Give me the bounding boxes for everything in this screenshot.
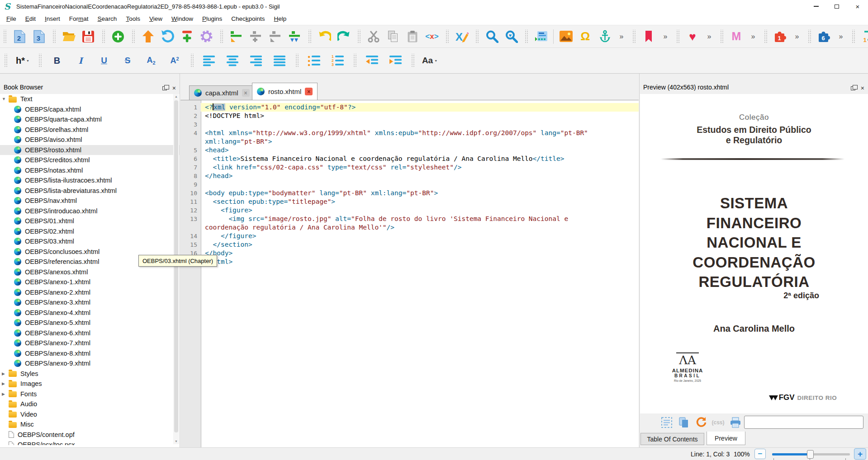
align-right-icon[interactable] — [247, 52, 265, 69]
open-icon[interactable] — [62, 28, 76, 45]
overflow-chevron-icon[interactable]: » — [661, 33, 670, 41]
overflow-chevron-icon[interactable]: » — [617, 33, 626, 41]
superscript-icon[interactable]: A2 — [166, 52, 184, 69]
overflow-chevron-icon[interactable]: » — [792, 33, 802, 41]
cut-icon[interactable] — [366, 28, 381, 45]
new-epub3-icon[interactable]: 3 — [32, 28, 46, 45]
menu-edit[interactable]: Edit — [21, 14, 40, 24]
editor-tab-rosto-xhtml[interactable]: rosto.xhtml× — [252, 83, 318, 100]
tree-item-oebps-anexo-4-xhtml[interactable]: OEBPS/anexo-4.xhtml — [0, 308, 180, 318]
split-marker-alt-icon[interactable] — [268, 28, 282, 45]
tree-item-oebps-anexo-3-xhtml[interactable]: OEBPS/anexo-3.xhtml — [0, 297, 180, 308]
overflow-chevron-icon[interactable]: » — [705, 33, 714, 41]
tree-item-text[interactable]: ▼Text — [0, 94, 180, 104]
split-at-cursor-icon[interactable] — [229, 28, 243, 45]
tree-item-oebps-01-xhtml[interactable]: OEBPS/01.xhtml — [0, 216, 180, 226]
scroll-up-icon[interactable]: ▲ — [173, 94, 179, 99]
chevron-down-icon[interactable]: ▼ — [2, 97, 9, 101]
save-icon[interactable] — [81, 28, 95, 45]
overflow-chevron-icon[interactable]: » — [836, 33, 845, 41]
editor-tab-capa-xhtml[interactable]: capa.xhtml× — [189, 85, 255, 100]
menu-file[interactable]: File — [2, 14, 21, 24]
redo-icon[interactable] — [337, 28, 351, 45]
css-stamp-icon[interactable]: (css) — [712, 416, 724, 429]
chevron-right-icon[interactable]: ▶ — [2, 392, 9, 396]
metadata-editor-icon[interactable] — [534, 28, 548, 45]
zoom-in-button[interactable]: + — [854, 448, 866, 460]
menu-format[interactable]: Format — [65, 14, 93, 24]
casing-select-icon[interactable]: Aa▼ — [421, 52, 439, 69]
tree-item-misc[interactable]: Misc — [0, 419, 180, 430]
outdent-icon[interactable] — [363, 52, 381, 69]
checkpoint-restore-icon[interactable] — [160, 28, 175, 45]
tree-item-oebps-orelhas-xhtml[interactable]: OEBPS/orelhas.xhtml — [0, 125, 180, 135]
tab-table-of-contents[interactable]: Table Of Contents — [640, 433, 704, 445]
menu-window[interactable]: Window — [167, 14, 198, 24]
bold-icon[interactable]: B — [48, 52, 66, 69]
find-icon[interactable] — [484, 28, 499, 45]
maximize-button[interactable] — [826, 0, 847, 13]
tab-preview[interactable]: Preview — [707, 432, 745, 445]
dock-close-icon[interactable]: × — [172, 85, 176, 91]
insert-anchor-icon[interactable] — [598, 28, 612, 45]
align-justify-icon[interactable] — [270, 52, 289, 69]
tree-item-audio[interactable]: Audio — [0, 399, 180, 409]
tree-scrollbar[interactable]: ▲ ▼ — [173, 94, 179, 444]
code-view[interactable]: 1<?xml version="1.0" encoding="utf-8"?>2… — [180, 100, 639, 447]
chevron-right-icon[interactable]: ▶ — [2, 371, 9, 376]
tree-item-oebps-aviso-xhtml[interactable]: OEBPS/aviso.xhtml — [0, 135, 180, 145]
split-at-markers-icon[interactable] — [287, 28, 302, 45]
scroll-down-icon[interactable]: ▼ — [173, 439, 179, 444]
paste-icon[interactable] — [405, 28, 420, 45]
delete-tag-icon[interactable]: <x> — [425, 28, 439, 45]
undo-icon[interactable] — [317, 28, 332, 45]
tree-item-fonts[interactable]: ▶Fonts — [0, 389, 180, 399]
tree-item-oebps-anexo-8-xhtml[interactable]: OEBPS/anexo-8.xhtml — [0, 348, 180, 359]
tree-item-oebps-notas-xhtml[interactable]: OEBPS/notas.xhtml — [0, 165, 180, 176]
tree-item-oebps-creditos-xhtml[interactable]: OEBPS/creditos.xhtml — [0, 155, 180, 165]
insert-image-icon[interactable] — [559, 28, 573, 45]
print-icon[interactable] — [729, 416, 741, 429]
tab-close-icon[interactable]: × — [305, 88, 313, 95]
checkpoint-manage-icon[interactable] — [180, 28, 194, 45]
tree-item-oebps-anexo-5-xhtml[interactable]: OEBPS/anexo-5.xhtml — [0, 318, 180, 328]
menu-plugins[interactable]: Plugins — [198, 14, 227, 24]
align-center-icon[interactable] — [223, 52, 242, 69]
plugin-six-icon[interactable]: 6 — [817, 28, 831, 45]
subscript-icon[interactable]: A2 — [142, 52, 160, 69]
insert-split-marker-icon[interactable] — [248, 28, 263, 45]
tree-item-oebps-03-xhtml[interactable]: OEBPS/03.xhtml — [0, 236, 180, 247]
menu-checkpoints[interactable]: Checkpoints — [227, 14, 269, 24]
dock-float-icon[interactable] — [162, 86, 167, 90]
tree-item-oebps-anexo-6-xhtml[interactable]: OEBPS/anexo-6.xhtml — [0, 328, 180, 338]
tree-item-oebps-capa-xhtml[interactable]: OEBPS/capa.xhtml — [0, 104, 180, 115]
list-ordered-icon[interactable]: 123 — [328, 52, 346, 69]
tree-item-oebps-nav-xhtml[interactable]: OEBPS/nav.xhtml — [0, 196, 180, 206]
bookmark-icon[interactable] — [641, 28, 656, 45]
indent-icon[interactable] — [386, 52, 404, 69]
refresh-icon[interactable] — [695, 416, 707, 429]
menu-view[interactable]: View — [145, 14, 167, 24]
zoom-slider-handle[interactable] — [807, 450, 814, 459]
strikethrough-icon[interactable]: S — [119, 52, 137, 69]
plugin-one-icon[interactable]: 1 — [773, 28, 787, 45]
tree-item-oebps-anexo-2-xhtml[interactable]: OEBPS/anexo-2.xhtml — [0, 287, 180, 298]
plugin-m-icon[interactable]: M — [729, 28, 744, 45]
select-all-icon[interactable] — [660, 416, 673, 429]
tree-item-oebps-rosto-xhtml[interactable]: OEBPS/rosto.xhtml — [0, 145, 180, 155]
zoom-out-button[interactable]: − — [754, 449, 766, 459]
close-button[interactable]: × — [847, 0, 868, 13]
list-bullet-icon[interactable] — [305, 52, 323, 69]
mend-code-icon[interactable]: X — [455, 28, 469, 45]
tree-item-images[interactable]: ▶Images — [0, 379, 180, 389]
tree-item-oebps-02-xhtml[interactable]: OEBPS/02.xhtml — [0, 226, 180, 237]
add-existing-icon[interactable] — [111, 28, 125, 45]
menu-tools[interactable]: Tools — [121, 14, 145, 24]
tree-item-oebps-anexos-xhtml[interactable]: OEBPS/anexos.xhtml — [0, 267, 180, 277]
find-special-icon[interactable]: ♥ — [504, 28, 518, 45]
menu-insert[interactable]: Insert — [40, 14, 65, 24]
align-left-icon[interactable] — [200, 52, 218, 69]
preview-address-input[interactable] — [744, 416, 863, 429]
chevron-right-icon[interactable]: ▶ — [2, 381, 9, 386]
tree-item-oebps-ncx-toc-ncx[interactable]: OEBPS/ncx/toc.ncx — [0, 440, 180, 445]
